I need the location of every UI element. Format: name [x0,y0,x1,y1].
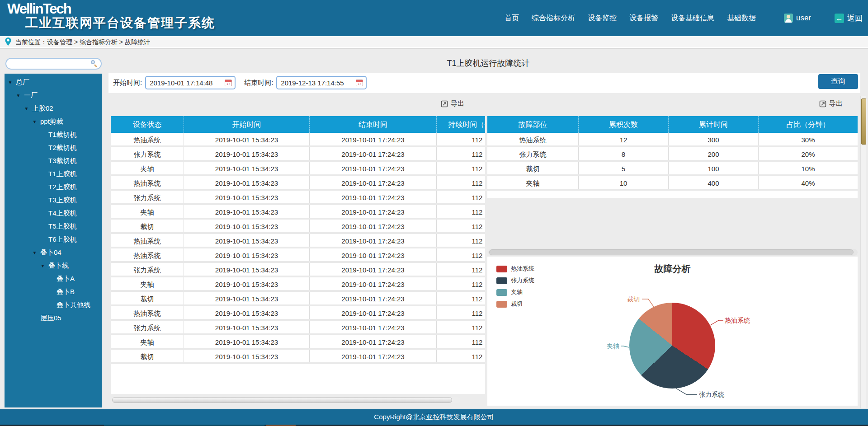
nav-item-1[interactable]: 综合指标分析 [525,11,581,26]
start-time-field[interactable] [145,76,236,89]
calendar-icon[interactable] [356,80,363,86]
user-menu[interactable]: user [784,14,811,23]
tree-item[interactable]: ▼T5上胶机 [5,220,102,233]
tree-expand-icon[interactable]: ▼ [7,80,13,85]
tree-item[interactable]: ▼T1裁切机 [5,128,102,141]
tree-item[interactable]: ▼叠卜B [5,286,102,299]
fault-summary-table: 故障部位累积次数累计时间占比（分钟）热油系统1230030%张力系统820020… [487,116,858,191]
tree-item[interactable]: ▼叠卜线 [5,259,102,272]
tree-item[interactable]: ▼总厂 [5,76,102,89]
table-cell: 112 [436,321,485,333]
start-time-input[interactable] [150,79,225,87]
user-avatar-icon [784,14,793,23]
legend-item-1[interactable]: 张力系统 [496,275,534,286]
table-cell: 2019-10-01 17:24:23 [309,234,436,247]
table-cell: 112 [436,306,485,319]
export-label: 导出 [829,99,843,108]
nav-item-2[interactable]: 设备监控 [581,11,623,26]
legend-swatch [496,266,507,272]
calendar-icon[interactable] [225,80,232,86]
callout-line-zhangli [676,389,697,394]
table-cell: 2019-10-01 15:34:23 [184,321,309,333]
table-row: 张力系统2019-10-01 15:34:232019-10-01 17:24:… [111,263,485,277]
table-cell: 2019-10-01 17:24:23 [309,335,436,348]
export-right-link[interactable]: 导出 [819,99,843,108]
table-cell: 夹轴 [111,335,184,348]
table-row: 夹轴2019-10-01 15:34:232019-10-01 17:24:23… [111,205,485,220]
tree-item[interactable]: ▼层压05 [5,312,102,325]
pie-label-zhangli: 张力系统 [699,391,724,399]
table-header-cell: 持续时间（分钟） [436,116,485,133]
tree-item[interactable]: ▼T2裁切机 [5,141,102,154]
back-button[interactable]: ← 返回 [835,13,863,23]
table-cell: 2019-10-01 15:34:23 [184,234,309,247]
tree-expand-icon[interactable]: ▼ [32,250,38,255]
table-cell: 112 [436,205,485,218]
tree-expand-icon[interactable]: ▼ [32,119,38,124]
table-cell: 裁切 [487,162,578,174]
tree-item[interactable]: ▼ppt剪裁 [5,115,102,128]
table-row: 热油系统1230030% [487,133,858,147]
end-time-input[interactable] [281,79,356,87]
table-cell: 张力系统 [111,147,184,160]
end-time-field[interactable] [276,76,367,89]
nav-item-0[interactable]: 首页 [498,11,525,26]
right-panel-hscroll-thumb[interactable] [489,249,854,255]
table-cell: 112 [436,234,485,247]
table-row: 夹轴2019-10-01 15:34:232019-10-01 17:24:23… [111,277,485,292]
nav-item-3[interactable]: 设备报警 [623,11,665,26]
table-cell: 热油系统 [111,133,184,145]
table-cell: 2019-10-01 17:24:23 [309,191,436,203]
tree-item[interactable]: ▼一厂 [5,89,102,102]
tree-item[interactable]: ▼T2上胶机 [5,181,102,194]
table-row: 张力系统2019-10-01 15:34:232019-10-01 17:24:… [111,147,485,162]
legend-item-3[interactable]: 裁切 [496,298,534,310]
tree-item-label: 总厂 [16,78,29,87]
back-arrow-icon: ← [835,14,844,23]
tree-item[interactable]: ▼上胶02 [5,102,102,115]
tree-item-label: T1裁切机 [48,131,77,139]
search-input[interactable] [5,58,102,70]
back-label: 返回 [847,13,863,23]
tree-item[interactable]: ▼T1上胶机 [5,168,102,181]
tree-item[interactable]: ▼T3裁切机 [5,154,102,168]
export-icon [441,100,448,108]
table-header-cell: 累计时间 [668,116,758,133]
table-cell: 2019-10-01 17:24:23 [309,133,436,145]
export-left-link[interactable]: 导出 [441,99,464,108]
tree-item[interactable]: ▼T4上胶机 [5,207,102,220]
legend-swatch [496,277,507,284]
table-cell: 2019-10-01 17:24:23 [309,205,436,218]
system-title: 工业互联网平台设备管理子系统 [25,14,215,32]
callout-line-reyou [710,320,723,325]
tree-expand-icon[interactable]: ▼ [40,263,46,268]
legend-item-0[interactable]: 热油系统 [496,263,534,275]
tree-expand-icon[interactable]: ▼ [15,93,21,98]
device-tree: ▼总厂▼一厂▼上胶02▼ppt剪裁▼T1裁切机▼T2裁切机▼T3裁切机▼T1上胶… [5,74,102,407]
table-cell: 夹轴 [487,176,578,189]
table-cell: 2019-10-01 15:34:23 [184,220,309,232]
search-icon[interactable] [91,60,98,67]
table-cell: 40% [758,176,858,189]
table-cell: 热油系统 [487,133,578,145]
table-cell: 2019-10-01 17:24:23 [309,321,436,333]
tree-item[interactable]: ▼叠卜04 [5,246,102,259]
table-cell: 张力系统 [111,321,184,333]
pie-chart[interactable] [629,303,715,389]
page-title: T1上胶机运行故障统计 [108,58,868,69]
nav-item-5[interactable]: 基础数据 [721,11,762,26]
tree-item[interactable]: ▼叠卜其他线 [5,299,102,312]
query-button[interactable]: 查询 [818,74,858,89]
tree-expand-icon[interactable]: ▼ [24,106,29,111]
tree-item[interactable]: ▼T6上胶机 [5,233,102,246]
table-cell: 300 [668,133,758,145]
legend-item-2[interactable]: 夹轴 [496,286,534,298]
tree-item[interactable]: ▼T3上胶机 [5,194,102,207]
table-cell: 2019-10-01 15:34:23 [184,162,309,174]
left-table-hscroll-thumb[interactable] [112,397,452,403]
page-vscroll-thumb[interactable] [861,98,866,145]
table-cell: 夹轴 [111,205,184,218]
legend-label: 裁切 [511,300,523,308]
nav-item-4[interactable]: 设备基础信息 [665,11,721,26]
tree-item[interactable]: ▼叠卜A [5,272,102,286]
